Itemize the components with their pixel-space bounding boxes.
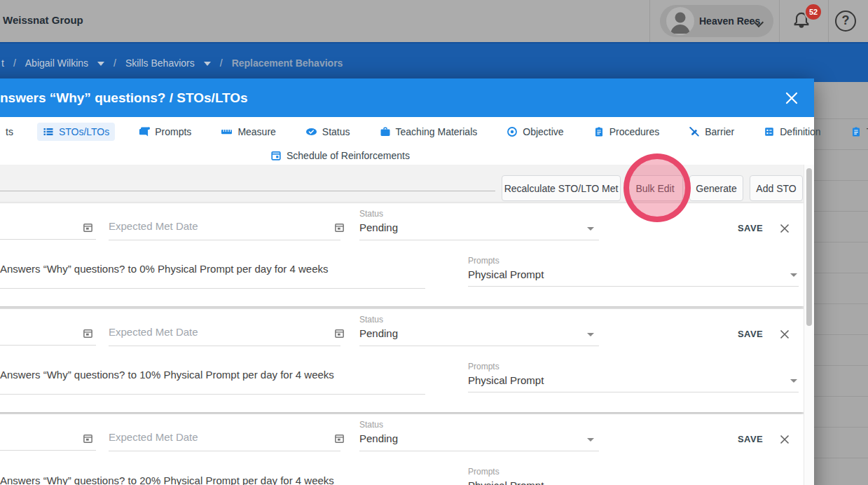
dropdown-caret-icon[interactable]	[587, 333, 594, 336]
modal-title: nswers “Why” questions? / STOs/LTOs	[0, 90, 248, 106]
calendar-icon[interactable]	[334, 328, 345, 339]
sto-card: Status Pending SAVE Answers “Why” questi…	[0, 414, 804, 485]
close-icon[interactable]	[785, 91, 799, 105]
field-underline	[359, 240, 599, 240]
prompts-label: Prompts	[468, 467, 500, 477]
divider	[828, 0, 829, 42]
status-check-icon	[305, 126, 317, 137]
calendar-icon[interactable]	[334, 433, 345, 444]
prompts-label: Prompts	[468, 256, 500, 266]
sto-description: Answers “Why” questions? to 0% Physical …	[0, 263, 329, 275]
prompts-label: Prompts	[468, 362, 500, 371]
expected-met-date-input[interactable]	[109, 429, 312, 444]
save-button[interactable]: SAVE	[738, 329, 763, 339]
sto-description: Answers “Why” questions? to 20% Physical…	[0, 474, 334, 485]
modal-tab-bar: ts STOs/LTOs Prompts Measure Status Teac…	[0, 117, 814, 165]
dropdown-caret-icon[interactable]	[790, 273, 797, 277]
recalculate-button[interactable]: Recalculate STO/LTO Met	[502, 175, 621, 201]
sto-description: Answers “Why” questions? to 10% Physical…	[0, 369, 334, 381]
list-icon	[43, 126, 54, 137]
prompts-select[interactable]: Physical Prompt	[468, 479, 544, 485]
modal-header: nswers “Why” questions? / STOs/LTOs	[0, 78, 814, 117]
status-select[interactable]: Pending	[359, 432, 398, 444]
chevron-down-icon[interactable]	[204, 62, 211, 66]
tab-measure[interactable]: Measure	[215, 123, 281, 141]
scrollbar-thumb[interactable]	[806, 168, 812, 326]
sto-card: Status Pending SAVE Answers “Why” questi…	[0, 309, 804, 412]
avatar	[666, 7, 694, 35]
close-icon[interactable]	[779, 223, 790, 234]
save-button[interactable]: SAVE	[738, 223, 763, 233]
add-sto-button[interactable]: Add STO	[750, 175, 803, 201]
status-label: Status	[359, 315, 383, 325]
field-underline	[109, 346, 340, 346]
field-underline	[0, 239, 96, 240]
chevron-down-icon[interactable]	[97, 62, 104, 66]
close-icon[interactable]	[779, 329, 790, 340]
field-underline	[0, 450, 96, 451]
target-icon	[507, 126, 518, 137]
tab-definition[interactable]: Definition	[758, 123, 826, 141]
expected-met-date-input[interactable]	[109, 218, 312, 233]
breadcrumb-bar: t / Abigail Wilkins / Skills Behaviors /…	[0, 42, 868, 82]
field-underline	[0, 345, 96, 346]
tab-objective[interactable]: Objective	[501, 123, 569, 141]
search-underline	[0, 191, 495, 191]
prompts-select[interactable]: Physical Prompt	[468, 374, 544, 386]
clipboard-icon	[593, 126, 605, 137]
generate-button[interactable]: Generate	[689, 175, 743, 201]
expected-met-date-input[interactable]	[109, 324, 312, 339]
dimmed-background-table	[814, 82, 868, 485]
tab-cutoff[interactable]: ts	[0, 123, 19, 141]
field-underline	[0, 288, 425, 289]
status-label: Status	[359, 420, 383, 430]
tab-schedule-of-reinforcements[interactable]: Schedule of Reinforcements	[265, 146, 415, 165]
bulk-edit-button[interactable]: Bulk Edit	[627, 175, 683, 201]
notifications-button[interactable]: 52	[792, 8, 824, 36]
field-underline	[468, 286, 799, 287]
save-button[interactable]: SAVE	[738, 434, 763, 444]
scrollbar-track[interactable]	[804, 165, 814, 485]
slash-icon	[689, 126, 700, 137]
divider	[779, 0, 780, 42]
tab-prompts[interactable]: Prompts	[133, 123, 197, 141]
field-underline	[109, 451, 340, 451]
dropdown-caret-icon[interactable]	[587, 227, 594, 231]
tab-stos-ltos[interactable]: STOs/LTOs	[37, 123, 115, 141]
calendar-icon[interactable]	[334, 222, 345, 233]
dropdown-caret-icon[interactable]	[587, 438, 594, 442]
dropdown-caret-icon[interactable]	[790, 379, 797, 383]
breadcrumb-leading[interactable]: t	[1, 57, 4, 69]
notification-badge: 52	[804, 3, 822, 21]
briefcase-icon	[380, 126, 391, 137]
tab-status[interactable]: Status	[300, 123, 356, 141]
prompts-select[interactable]: Physical Prompt	[468, 268, 544, 280]
company-name: Weissnat Group	[3, 14, 83, 26]
calendar-icon	[270, 150, 282, 161]
tab-barrier[interactable]: Barrier	[683, 123, 740, 141]
status-select[interactable]: Pending	[359, 221, 398, 233]
breadcrumb-client[interactable]: Abigail Wilkins	[25, 57, 88, 69]
field-underline	[468, 392, 799, 392]
close-icon[interactable]	[779, 434, 790, 445]
help-button[interactable]: ?	[835, 11, 856, 32]
tab-teaching-materials[interactable]: Teaching Materials	[374, 123, 483, 141]
status-label: Status	[359, 209, 383, 219]
sto-card: Status Pending SAVE Answers “Why” questi…	[0, 203, 804, 306]
tab-procedures[interactable]: Procedures	[588, 123, 666, 141]
calendar-icon[interactable]	[83, 328, 94, 339]
user-menu[interactable]: Heaven Rees	[660, 5, 773, 37]
ruler-icon	[221, 126, 233, 137]
status-select[interactable]: Pending	[359, 327, 398, 339]
sto-lto-modal: nswers “Why” questions? / STOs/LTOs ts S…	[0, 78, 814, 485]
field-underline	[359, 451, 599, 451]
calendar-icon[interactable]	[83, 222, 94, 233]
breadcrumb-separator: /	[113, 57, 116, 69]
breadcrumb-separator: /	[13, 57, 16, 69]
breadcrumb: t / Abigail Wilkins / Skills Behaviors /…	[1, 43, 343, 82]
calendar-icon[interactable]	[83, 433, 94, 444]
divider	[649, 0, 650, 42]
tab-teaching-procedures[interactable]: Teaching Procedures	[845, 123, 868, 141]
ballot-icon	[764, 126, 775, 137]
breadcrumb-section[interactable]: Skills Behaviors	[125, 57, 195, 69]
